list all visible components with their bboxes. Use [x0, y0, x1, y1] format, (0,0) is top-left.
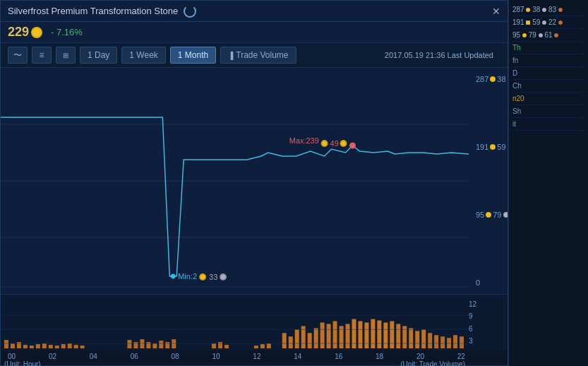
svg-rect-30: [146, 342, 150, 348]
svg-rect-33: [165, 342, 169, 348]
sidebar-item-ch[interactable]: Ch: [512, 80, 584, 93]
x-label: 08: [172, 353, 179, 360]
sidebar-item-fn[interactable]: fn: [512, 54, 584, 67]
gold-coin-icon: [31, 27, 42, 38]
svg-rect-47: [320, 323, 325, 349]
sidebar-item-3[interactable]: 95 79 61: [512, 29, 584, 42]
sidebar-item-it[interactable]: it: [512, 118, 584, 131]
x-label: 06: [131, 353, 138, 360]
x-axis: 00 02 04 06 08 10 12 14 16 18 20 22: [1, 350, 469, 360]
gold-dot: [490, 76, 496, 82]
svg-rect-19: [36, 344, 40, 348]
svg-rect-16: [17, 342, 21, 348]
svg-rect-40: [267, 343, 271, 348]
svg-rect-62: [415, 331, 419, 348]
svg-rect-24: [68, 343, 72, 348]
trade-volume-btn[interactable]: ▐ Trade Volume: [220, 47, 296, 64]
bar-chart-icon: ▐: [228, 52, 233, 59]
svg-rect-35: [212, 343, 216, 348]
svg-rect-18: [30, 346, 34, 348]
x-label: 20: [416, 353, 424, 360]
trade-volume-label: Trade Volume: [236, 50, 288, 60]
svg-rect-58: [390, 321, 394, 349]
price-bar: 229 - 7.16%: [1, 22, 508, 43]
y-axis-right: 287 38 83 191 59 22 95 79 61: [472, 68, 508, 294]
svg-rect-65: [434, 335, 438, 348]
svg-rect-21: [49, 345, 53, 348]
svg-rect-46: [314, 328, 318, 348]
sidebar-item-1[interactable]: 287 38 83: [512, 4, 584, 16]
chart-area: 287 38 83 191 59 22 95 79 61: [1, 68, 508, 294]
toolbar-left: 〜 ≡ ⊞ 1 Day 1 Week 1 Month ▐ Trade Volum…: [8, 47, 296, 64]
svg-point-9: [171, 274, 175, 278]
time-1day-btn[interactable]: 1 Day: [80, 47, 117, 64]
vol-y-label: 12: [469, 300, 504, 308]
svg-point-4: [350, 143, 356, 148]
svg-rect-49: [333, 321, 337, 349]
vol-y-label: 9: [469, 312, 504, 320]
y-label-95: 95 79 61: [476, 211, 508, 219]
svg-rect-55: [371, 319, 375, 348]
price-display: 229: [8, 25, 42, 40]
svg-rect-14: [4, 340, 8, 348]
svg-rect-39: [260, 344, 265, 348]
refresh-icon[interactable]: [184, 5, 196, 18]
svg-rect-26: [80, 346, 85, 348]
svg-rect-29: [140, 339, 144, 348]
svg-text:Min:2: Min:2: [178, 272, 197, 281]
sidebar-item-d[interactable]: D: [512, 67, 584, 80]
svg-rect-20: [42, 343, 47, 348]
close-button[interactable]: ✕: [492, 6, 500, 16]
svg-rect-63: [421, 329, 426, 348]
chart-type-bar-btn[interactable]: ≡: [32, 47, 52, 64]
gold-dot: [490, 144, 496, 150]
svg-rect-64: [428, 333, 432, 348]
svg-rect-36: [218, 342, 222, 348]
chart-type-line-btn[interactable]: 〜: [8, 47, 28, 64]
svg-rect-56: [377, 321, 381, 349]
toolbar: 〜 ≡ ⊞ 1 Day 1 Week 1 Month ▐ Trade Volum…: [1, 43, 508, 68]
x-axis-unit: (Unit: Hour): [4, 360, 41, 366]
svg-text:Max:239: Max:239: [289, 136, 319, 145]
sidebar-item-2[interactable]: 191 59 22: [512, 16, 584, 29]
svg-rect-69: [460, 336, 464, 348]
svg-rect-38: [254, 346, 258, 348]
chart-type-candle-btn[interactable]: ⊞: [56, 47, 76, 64]
vol-unit-label: (Unit: Trade Volume): [400, 360, 465, 366]
svg-point-13: [220, 273, 227, 281]
volume-area: 12 9 6 3: [1, 294, 508, 350]
sidebar-item-sh[interactable]: Sh: [512, 105, 584, 118]
s1: [542, 8, 546, 12]
volume-y-axis: 12 9 6 3: [465, 295, 508, 350]
svg-rect-59: [396, 324, 400, 348]
sidebar-item-th[interactable]: Th: [512, 42, 584, 54]
svg-rect-61: [409, 328, 413, 348]
svg-rect-15: [11, 343, 15, 348]
silver-dot: [503, 212, 508, 218]
svg-rect-27: [127, 340, 131, 348]
sidebar-item-n20[interactable]: п20: [512, 93, 584, 105]
svg-rect-45: [308, 333, 312, 348]
svg-rect-52: [352, 319, 356, 348]
vol-y-label: 6: [469, 325, 504, 333]
svg-rect-66: [440, 336, 445, 348]
c1: [558, 8, 563, 12]
time-1month-btn[interactable]: 1 Month: [170, 47, 216, 64]
x-label: 18: [376, 353, 383, 360]
x-label: 10: [212, 353, 220, 360]
svg-point-8: [340, 140, 347, 147]
time-1week-btn[interactable]: 1 Week: [121, 47, 165, 64]
svg-rect-28: [133, 342, 138, 348]
svg-rect-54: [364, 323, 368, 349]
price-change: - 7.16%: [51, 27, 83, 37]
x-label: 12: [253, 353, 260, 360]
svg-rect-22: [55, 346, 59, 348]
x-label: 04: [90, 353, 97, 360]
x-label: 14: [294, 353, 301, 360]
g1: [526, 8, 530, 12]
price-chart-svg: Max:239 49 Min:2 33: [1, 68, 469, 294]
svg-rect-68: [453, 335, 457, 348]
svg-rect-42: [289, 336, 293, 348]
svg-text:33: 33: [209, 273, 217, 281]
x-axis-unit-row: (Unit: Hour) (Unit: Trade Volume): [1, 360, 508, 366]
